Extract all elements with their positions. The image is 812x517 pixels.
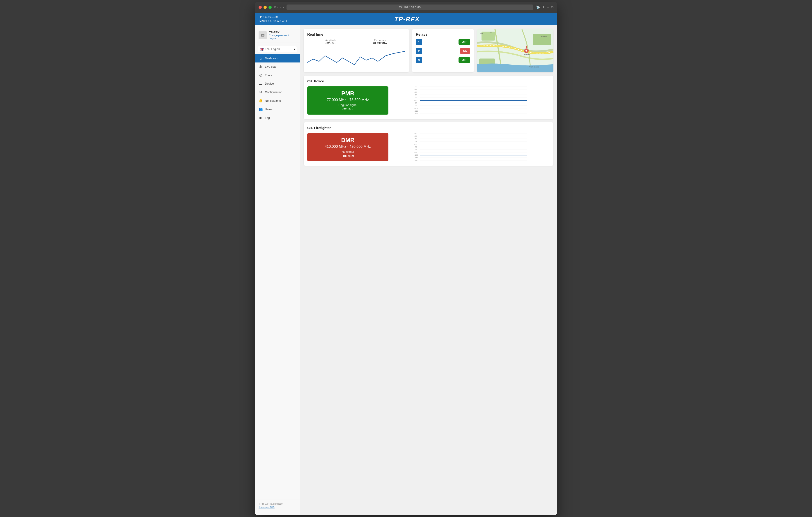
relay-item-2: 2 ON <box>416 48 470 54</box>
sidebar-item-log[interactable]: ◉ Log <box>255 113 300 122</box>
sidebar-item-dashboard[interactable]: ⌂ Dashboard <box>255 54 300 62</box>
police-protocol: PMR <box>311 90 385 97</box>
realtime-card: Real time Amplitude -72dBm Frequency 78.… <box>303 29 409 73</box>
back-button[interactable]: ‹ <box>280 6 281 9</box>
svg-text:Bra: Bra <box>481 33 483 35</box>
firefighter-protocol: DMR <box>311 137 385 144</box>
nav-label-log: Log <box>265 116 270 119</box>
police-chart: -30 -39 -48 -57 -66 -75 -84 -93 -102 -11… <box>392 85 550 115</box>
svg-text:-57: -57 <box>414 140 417 142</box>
svg-point-17 <box>525 50 527 52</box>
relay-item-1: 1 OFF <box>416 39 470 45</box>
map-svg: Genova Savona Finale Ligure Bra Alba <box>477 29 553 73</box>
header-logo: TP-RFX <box>394 16 420 23</box>
svg-text:-30: -30 <box>414 132 417 134</box>
police-freq: 77.000 MHz - 78.500 MHz <box>311 98 385 102</box>
tabs-icon[interactable]: ⧉ <box>551 5 553 9</box>
sidebar-item-notifications[interactable]: 🔔 Notifications <box>255 96 300 105</box>
channel-firefighter-card: CH. Firefighter DMR 410.000 MHz - 420.00… <box>303 122 553 166</box>
flag-icon: 🇬🇧 <box>260 47 263 51</box>
traffic-light-red[interactable] <box>259 6 262 9</box>
map-card: Genova Savona Finale Ligure Bra Alba <box>477 29 553 73</box>
sidebar-footer: TP-RFX® is a product of Teleproject Srl® <box>255 499 300 512</box>
relay-num-2: 2 <box>416 48 422 54</box>
traffic-light-green[interactable] <box>268 6 272 9</box>
relay-btn-2[interactable]: ON <box>460 48 470 54</box>
nav-label-track: Track <box>265 74 272 77</box>
svg-text:Finale Ligure: Finale Ligure <box>529 66 539 68</box>
svg-text:-102: -102 <box>414 154 418 156</box>
shield-icon: 🛡 <box>399 6 402 9</box>
svg-text:Alba: Alba <box>489 32 493 34</box>
svg-text:-84: -84 <box>414 148 417 151</box>
svg-rect-6 <box>262 66 262 68</box>
change-password-link[interactable]: Change password <box>269 34 289 37</box>
svg-text:-57: -57 <box>414 94 417 96</box>
channel-police-card: CH. Police PMR 77.000 MHz - 78.500 MHz R… <box>303 76 553 119</box>
sidebar-item-track[interactable]: ◎ Track <box>255 71 300 79</box>
svg-text:-93: -93 <box>414 152 417 154</box>
svg-text:-111: -111 <box>414 110 418 112</box>
language-selector[interactable]: 🇬🇧 EN - English ▾ <box>258 46 297 52</box>
new-tab-icon[interactable]: + <box>547 5 549 9</box>
users-icon: 👥 <box>259 107 263 111</box>
svg-text:-48: -48 <box>414 138 417 140</box>
channel-police-signal: PMR 77.000 MHz - 78.500 MHz Regular sign… <box>307 86 388 115</box>
traffic-light-yellow[interactable] <box>263 6 267 9</box>
channel-firefighter-signal: DMR 410.000 MHz - 420.000 MHz No signal … <box>307 133 388 161</box>
brand-icon <box>259 31 267 39</box>
svg-text:-39: -39 <box>414 88 417 90</box>
configuration-icon: ⚙ <box>259 90 263 94</box>
sidebar-item-device[interactable]: ▬ Device <box>255 79 300 88</box>
svg-text:-75: -75 <box>414 99 417 101</box>
home-icon: ⌂ <box>259 56 263 60</box>
livescan-icon <box>259 65 263 69</box>
main-content: Real time Amplitude -72dBm Frequency 78.… <box>300 25 557 515</box>
frequency-value: 78.397Mhz <box>373 42 387 45</box>
svg-text:-39: -39 <box>414 135 417 137</box>
svg-text:-93: -93 <box>414 105 417 107</box>
svg-text:-66: -66 <box>414 97 417 99</box>
svg-text:Savona: Savona <box>524 54 531 56</box>
nav-label-configuration: Configuration <box>265 90 282 94</box>
frequency-label: Frequency <box>373 39 387 42</box>
relay-btn-1[interactable]: OFF <box>459 39 470 45</box>
svg-rect-2 <box>259 66 259 68</box>
nav-label-device: Device <box>265 82 274 85</box>
cast-icon[interactable]: 📡 <box>536 5 540 9</box>
firefighter-dbm: -103dBm <box>311 154 385 158</box>
svg-text:-111: -111 <box>414 157 418 159</box>
sidebar-item-livescan[interactable]: Live scan <box>255 62 300 71</box>
svg-text:-102: -102 <box>414 107 418 109</box>
svg-rect-4 <box>260 65 261 68</box>
share-icon[interactable]: ⬆ <box>542 5 545 9</box>
language-label: EN - English <box>265 48 280 51</box>
realtime-waveform <box>307 47 405 67</box>
svg-text:-84: -84 <box>414 102 417 104</box>
sidebar-item-users[interactable]: 👥 Users <box>255 105 300 113</box>
svg-text:-48: -48 <box>414 91 417 93</box>
realtime-title: Real time <box>307 32 405 36</box>
amplitude-value: -72dBm <box>325 42 336 45</box>
police-chart-area: -30 -39 -48 -57 -66 -75 -84 -93 -102 -11… <box>392 85 550 115</box>
footer-link[interactable]: Teleproject Srl® <box>259 506 274 509</box>
police-status: Regular signal <box>311 103 385 107</box>
firefighter-chart-area: -30 -39 -48 -57 -66 -75 -84 -93 -102 -11… <box>392 132 550 162</box>
address-bar[interactable]: 🛡 192.168.0.80 <box>287 4 533 10</box>
nav-label-notifications: Notifications <box>265 99 281 102</box>
nav-label-dashboard: Dashboard <box>265 57 279 60</box>
firefighter-freq: 410.000 MHz - 420.000 MHz <box>311 144 385 148</box>
firefighter-chart: -30 -39 -48 -57 -66 -75 -84 -93 -102 -11… <box>392 132 550 161</box>
sidebar-item-configuration[interactable]: ⚙ Configuration <box>255 88 300 96</box>
relays-title: Relays <box>416 32 470 36</box>
svg-text:-75: -75 <box>414 146 417 148</box>
device-icon: ▬ <box>259 82 263 85</box>
forward-button[interactable]: › <box>283 6 284 9</box>
svg-rect-8 <box>482 32 495 40</box>
amplitude-label: Amplitude <box>325 39 336 42</box>
relay-btn-3[interactable]: OFF <box>459 57 470 63</box>
window-controls-icon[interactable]: ⧉ › <box>274 5 278 9</box>
relays-card: Relays 1 OFF 2 ON 3 OFF <box>412 29 474 73</box>
channel-police-title: CH. Police <box>307 79 550 83</box>
logout-link[interactable]: Logout <box>269 37 289 39</box>
